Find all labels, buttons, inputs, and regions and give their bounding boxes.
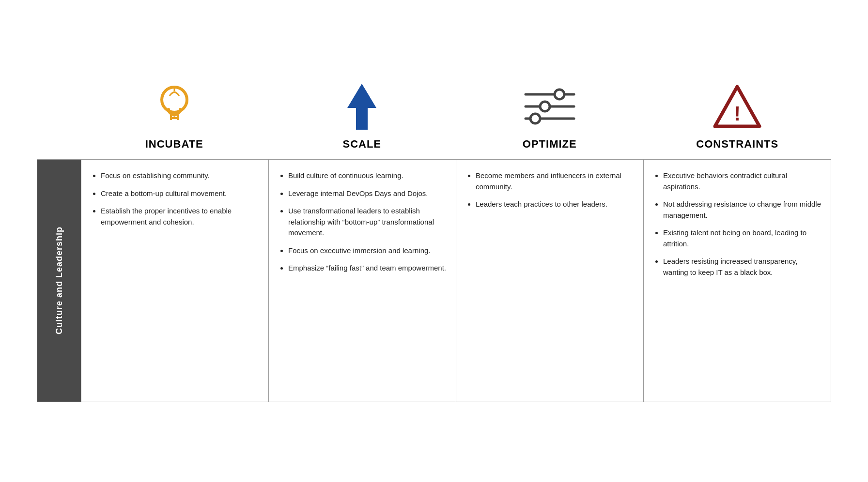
list-item: Leaders teach practices to other leaders… <box>476 199 634 210</box>
scale-label: SCALE <box>342 138 381 151</box>
incubate-header: INCUBATE <box>80 80 268 159</box>
svg-point-10 <box>540 102 550 111</box>
svg-point-9 <box>555 90 564 99</box>
arrow-up-icon <box>345 81 379 132</box>
row-label-cell: Culture and Leadership <box>37 160 81 402</box>
constraints-list: Executive behaviors contradict cultural … <box>653 170 821 278</box>
constraints-label: CONSTRAINTS <box>696 138 778 151</box>
header-row: INCUBATE SCALE <box>37 80 831 159</box>
incubate-list: Focus on establishing community. Create … <box>91 170 259 227</box>
list-item: Focus on establishing community. <box>101 170 259 181</box>
incubate-label: INCUBATE <box>145 138 203 151</box>
optimize-label: OPTIMIZE <box>523 138 577 151</box>
sliders-icon <box>523 87 576 126</box>
list-item: Emphasize “failing fast” and team empowe… <box>288 263 446 274</box>
constraints-icon-area: ! <box>713 80 761 133</box>
constraints-content: Executive behaviors contradict cultural … <box>643 160 831 402</box>
optimize-icon-area <box>523 80 576 133</box>
scale-icon-area <box>345 80 379 133</box>
list-item: Executive behaviors contradict cultural … <box>663 170 821 192</box>
incubate-icon-area <box>155 80 194 133</box>
optimize-header: OPTIMIZE <box>456 80 644 159</box>
scale-header: SCALE <box>268 80 456 159</box>
list-item: Leaders resisting increased transparency… <box>663 256 821 278</box>
row-label: Culture and Leadership <box>54 226 64 334</box>
scale-content: Build culture of continuous learning. Le… <box>268 160 456 402</box>
list-item: Leverage internal DevOps Days and Dojos. <box>288 188 446 199</box>
list-item: Create a bottom-up cultural movement. <box>101 188 259 199</box>
list-item: Existing talent not being on board, lead… <box>663 227 821 249</box>
incubate-content: Focus on establishing community. Create … <box>81 160 268 402</box>
list-item: Not addressing resistance to change from… <box>663 199 821 221</box>
list-item: Use transformational leaders to establis… <box>288 206 446 239</box>
warning-icon: ! <box>713 84 761 130</box>
svg-text:!: ! <box>734 102 741 125</box>
constraints-header: ! CONSTRAINTS <box>644 80 832 159</box>
list-item: Establish the proper incentives to enabl… <box>101 206 259 227</box>
list-item: Become members and influencers in extern… <box>476 170 634 192</box>
main-container: INCUBATE SCALE <box>27 65 841 417</box>
lightbulb-icon <box>155 82 194 131</box>
list-item: Focus on executive immersion and learnin… <box>288 245 446 256</box>
svg-marker-5 <box>347 84 376 130</box>
body-row: Culture and Leadership Focus on establis… <box>37 159 831 402</box>
optimize-list: Become members and influencers in extern… <box>466 170 634 210</box>
svg-point-11 <box>530 114 540 123</box>
scale-list: Build culture of continuous learning. Le… <box>279 170 446 274</box>
list-item: Build culture of continuous learning. <box>288 170 446 181</box>
header-spacer <box>37 80 80 159</box>
optimize-content: Become members and influencers in extern… <box>456 160 643 402</box>
